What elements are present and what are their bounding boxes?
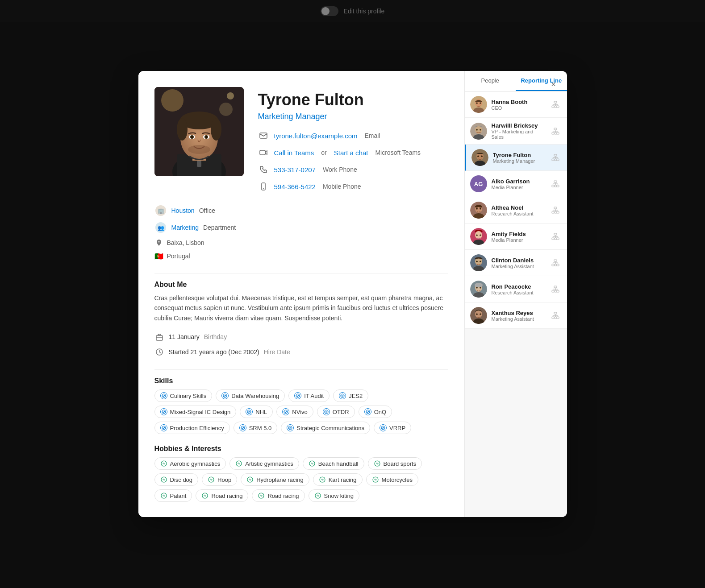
person-org-chart-icon[interactable]	[549, 283, 562, 295]
skill-tag[interactable]: NHL	[240, 406, 273, 418]
svg-point-2	[219, 103, 233, 116]
hobby-tag[interactable]: Board sports	[368, 457, 422, 470]
skill-tag[interactable]: Data Warehousing	[216, 389, 285, 402]
person-org-chart-icon[interactable]	[549, 178, 562, 190]
person-list-item[interactable]: Amity Fields Media Planner	[465, 224, 567, 250]
hobby-tag[interactable]: Hydroplane racing	[241, 473, 309, 486]
teams-chat-link[interactable]: Start a chat	[334, 149, 368, 157]
department-link[interactable]: Marketing	[171, 224, 199, 231]
hobby-tag[interactable]: Aerobic gymnastics	[154, 457, 226, 470]
svg-rect-158	[557, 290, 559, 292]
hobby-tag[interactable]: Snow kiting	[309, 489, 359, 502]
divider-2	[154, 369, 448, 370]
hobby-tag[interactable]: Motorcycles	[366, 473, 418, 486]
person-name: Althea Noel	[492, 204, 545, 211]
svg-rect-129	[557, 238, 559, 240]
modal-main-content: Tyrone Fulton Marketing Manager tyro	[138, 71, 464, 517]
person-name: Hanna Booth	[492, 99, 545, 105]
svg-point-125	[480, 235, 481, 236]
person-list-item[interactable]: Tyrone Fulton Marketing Manager	[465, 145, 567, 171]
svg-rect-90	[552, 159, 554, 161]
office-link[interactable]: Houston	[171, 207, 195, 214]
person-org-chart-icon[interactable]	[549, 98, 562, 111]
skill-tag[interactable]: SRM 5.0	[234, 422, 278, 434]
email-link[interactable]: tyrone.fulton@example.com	[274, 132, 358, 140]
svg-rect-18	[197, 161, 201, 167]
avatar	[470, 228, 487, 245]
avatar	[470, 202, 487, 219]
sidebar-tab-people[interactable]: People	[465, 71, 516, 91]
mobile-phone-link[interactable]: 594-366-5422	[274, 183, 316, 190]
hobby-icon	[160, 476, 167, 483]
hobby-tag[interactable]: Palant	[154, 489, 192, 502]
person-role: Marketing Assistant	[492, 264, 545, 269]
svg-point-60	[480, 103, 481, 104]
skill-tag[interactable]: NVivo	[276, 406, 313, 418]
mobile-icon	[258, 181, 269, 192]
hobby-tag[interactable]: Artistic gymnastics	[229, 457, 299, 470]
work-phone-link[interactable]: 533-317-0207	[274, 166, 316, 174]
person-org-chart-icon[interactable]	[549, 125, 562, 137]
skill-tag[interactable]: IT Audit	[288, 389, 330, 402]
teams-call-link[interactable]: Call in Teams	[274, 149, 314, 157]
hobby-tag[interactable]: Hoop	[202, 473, 237, 486]
skill-tag[interactable]: OnQ	[359, 406, 392, 418]
skill-tag[interactable]: Strategic Communications	[281, 422, 370, 434]
person-org-chart-icon[interactable]	[549, 151, 562, 164]
modal-overlay: ×	[0, 0, 705, 588]
skill-tag[interactable]: JES2	[333, 389, 368, 402]
hobby-icon	[160, 460, 167, 467]
location-item: Baixa, Lisbon	[154, 238, 448, 247]
skill-tag[interactable]: Culinary Skills	[154, 389, 213, 402]
person-list-item[interactable]: Hanna Booth CEO	[465, 91, 567, 118]
skill-tag[interactable]: Production Efficiency	[154, 422, 230, 434]
svg-rect-114	[555, 211, 557, 213]
person-list-item[interactable]: Ron Peacocke Research Assistant	[465, 276, 567, 302]
svg-rect-75	[554, 128, 557, 130]
skill-icon	[160, 392, 167, 399]
person-list-item[interactable]: Harwilll Bricksey VP - Marketing and Sal…	[465, 118, 567, 145]
hobby-tag[interactable]: Beach handball	[303, 457, 364, 470]
skill-icon	[339, 392, 346, 399]
svg-rect-92	[557, 159, 559, 161]
hobby-icon	[374, 460, 381, 467]
svg-rect-62	[552, 106, 554, 108]
skill-tag[interactable]: VRRP	[374, 422, 411, 434]
hobby-tag[interactable]: Disc dog	[154, 473, 199, 486]
country-text: Portugal	[167, 253, 190, 260]
person-details: Althea Noel Research Assistant	[492, 204, 545, 216]
mobile-phone-label: Mobile Phone	[323, 183, 361, 190]
skill-tag[interactable]: Mixed-Signal IC Design	[154, 406, 237, 418]
person-org-chart-icon[interactable]	[549, 257, 562, 269]
person-org-chart-icon[interactable]	[549, 309, 562, 322]
person-role: Media Planner	[492, 237, 545, 243]
svg-rect-169	[554, 312, 557, 314]
hobbies-tags: Aerobic gymnastics Artistic gymnastics B…	[154, 457, 448, 502]
hobby-tag[interactable]: Kart racing	[313, 473, 363, 486]
contact-list: tyrone.fulton@example.com Email	[258, 130, 448, 192]
skill-tag[interactable]: OTDR	[317, 406, 355, 418]
person-details: Amity Fields Media Planner	[492, 231, 545, 243]
phone-icon	[258, 164, 269, 175]
hobby-tag[interactable]: Road racing	[196, 489, 248, 502]
svg-rect-19	[260, 133, 267, 138]
person-list-item[interactable]: Xanthus Reyes Marketing Assistant	[465, 302, 567, 329]
date-section: 11 January Birthday Started 21 years ago…	[154, 332, 448, 357]
person-list-item[interactable]: AG Aiko Garrison Media Planner	[465, 171, 567, 197]
avatar	[470, 123, 487, 140]
person-org-chart-icon[interactable]	[549, 230, 562, 243]
person-list-item[interactable]: Clinton Daniels Marketing Assistant	[465, 250, 567, 276]
person-role: CEO	[492, 105, 545, 111]
person-org-chart-icon[interactable]	[549, 204, 562, 216]
person-details: Harwilll Bricksey VP - Marketing and Sal…	[492, 122, 545, 140]
svg-point-16	[205, 136, 207, 138]
close-button[interactable]: ×	[546, 77, 561, 91]
svg-text:🏢: 🏢	[157, 207, 164, 214]
person-list-item[interactable]: Althea Noel Research Assistant	[465, 197, 567, 224]
skill-icon	[160, 408, 167, 415]
hobby-icon	[372, 476, 379, 483]
svg-rect-127	[552, 238, 554, 240]
avatar: AG	[470, 175, 487, 192]
birthday-label: Birthday	[204, 333, 227, 340]
hobby-tag[interactable]: Road racing	[252, 489, 305, 502]
